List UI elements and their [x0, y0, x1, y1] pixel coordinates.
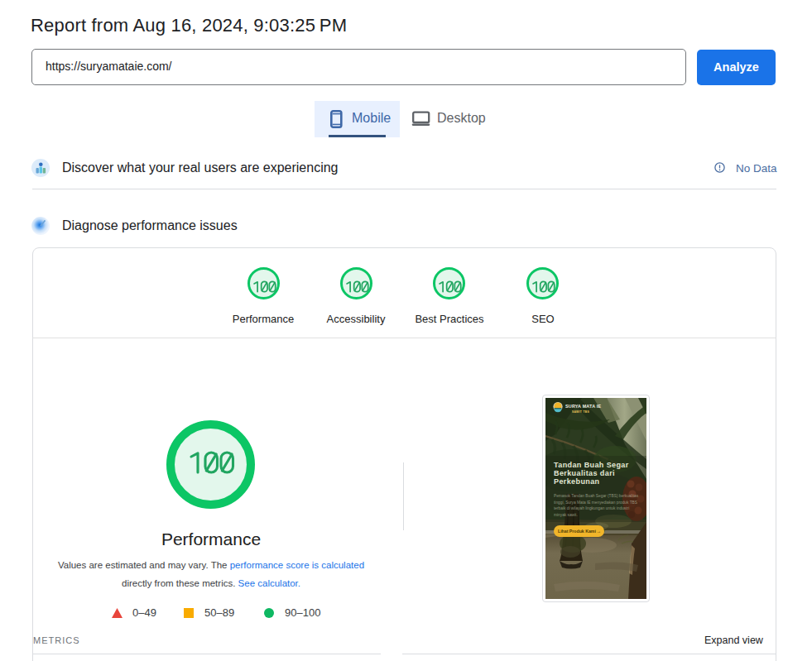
svg-text:minyak sawit.: minyak sawit.	[554, 513, 578, 517]
svg-text:SURYA MATA IE: SURYA MATA IE	[565, 404, 601, 409]
svg-text:→: →	[597, 529, 602, 534]
svg-text:Perkebunan: Perkebunan	[554, 477, 600, 486]
svg-text:Pemasok Tandan Buah Segar (TBS: Pemasok Tandan Buah Segar (TBS) berkuali…	[554, 494, 639, 498]
svg-text:terbaik di wilayah lingkungan: terbaik di wilayah lingkungan untuk indu…	[554, 506, 629, 510]
svg-text:Tandan Buah Segar: Tandan Buah Segar	[554, 461, 629, 469]
svg-text:tinggi, Surya Mata IE menyedia: tinggi, Surya Mata IE menyediakan produk…	[554, 501, 637, 505]
svg-text:SAWIT TBS: SAWIT TBS	[572, 410, 590, 414]
svg-text:Lihat Produk Kami: Lihat Produk Kami	[558, 529, 596, 534]
svg-text:Berkualitas dari: Berkualitas dari	[554, 469, 615, 477]
